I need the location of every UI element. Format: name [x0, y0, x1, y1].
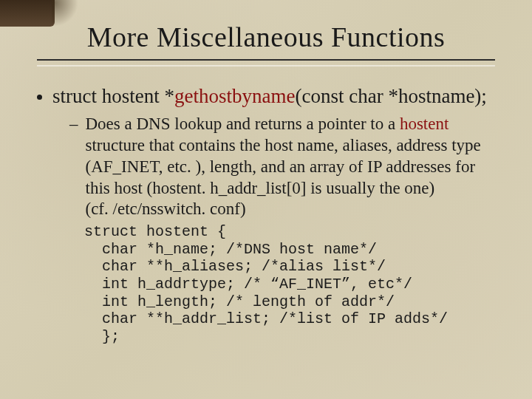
- corner-decoration: [0, 0, 55, 27]
- bullet-item: struct hostent *gethostbyname(const char…: [37, 84, 495, 108]
- bullet-suffix: (const char *hostname);: [295, 85, 486, 107]
- code-block: struct hostent { char *h_name; /*DNS hos…: [84, 223, 495, 345]
- sub-bullet-text: Does a DNS lookup and returns a pointer …: [86, 114, 496, 220]
- bullet-dot-icon: [37, 95, 42, 100]
- sub-part1: Does a DNS lookup and returns a pointer …: [86, 115, 400, 133]
- sub-bullet-item: – Does a DNS lookup and returns a pointe…: [69, 114, 495, 220]
- title-rule-shadow: [37, 65, 495, 66]
- title-rule: [37, 59, 495, 61]
- function-name: gethostbyname: [174, 85, 295, 107]
- hostent-keyword: hostent: [400, 115, 449, 133]
- bullet-text: struct hostent *gethostbyname(const char…: [52, 84, 487, 108]
- dash-icon: –: [69, 114, 78, 135]
- slide-content: More Miscellaneous Functions struct host…: [0, 0, 532, 360]
- sub-part2: structure that contains the host name, a…: [86, 136, 481, 218]
- bullet-prefix: struct hostent *: [52, 85, 174, 107]
- slide-title: More Miscellaneous Functions: [37, 21, 495, 53]
